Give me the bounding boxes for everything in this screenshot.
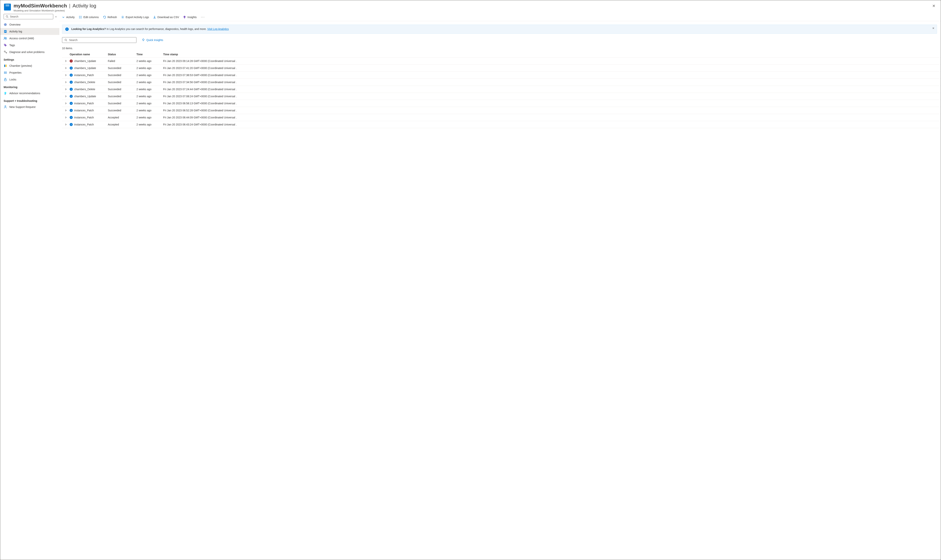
timestamp-value: Fri Jan 20 2023 06:58:13 GMT+0000 (Coord…: [163, 102, 940, 105]
sidebar-item-label: Diagnose and solve problems: [9, 51, 45, 54]
status-value: Succeeded: [108, 81, 136, 84]
export-label: Export Activity Logs: [126, 15, 149, 19]
sidebar-item-access-control[interactable]: Access control (IAM): [0, 35, 59, 42]
expand-row-button[interactable]: [62, 123, 69, 126]
svg-rect-5: [5, 31, 6, 31]
quick-insights-button[interactable]: Quick Insights: [142, 38, 163, 42]
timestamp-value: Fri Jan 20 2023 06:43:24 GMT+0000 (Coord…: [163, 123, 940, 126]
svg-rect-28: [184, 18, 185, 18]
sidebar-section-settings: Settings: [0, 55, 59, 62]
toolbar-more-button[interactable]: ···: [201, 15, 205, 19]
svg-point-2: [4, 23, 7, 26]
sidebar-item-label: Chamber (preview): [9, 64, 32, 67]
sidebar-section-monitoring: Monitoring: [0, 83, 59, 90]
sidebar-item-locks[interactable]: Locks: [0, 76, 59, 83]
col-time[interactable]: Time: [136, 53, 163, 56]
col-status[interactable]: Status: [108, 53, 136, 56]
activity-log-icon: [4, 30, 7, 33]
table-row[interactable]: !chambers_UpdateFailed2 weeks agoFri Jan…: [62, 58, 940, 65]
time-value: 2 weeks ago: [136, 60, 163, 63]
close-blade-button[interactable]: ✕: [931, 3, 937, 9]
edit-columns-label: Edit columns: [83, 15, 99, 19]
table-row[interactable]: iinstances_PatchAccepted2 weeks agoFri J…: [62, 114, 940, 121]
expand-row-button[interactable]: [62, 74, 69, 77]
status-value: Succeeded: [108, 95, 136, 98]
items-count-label: 10 items.: [59, 45, 941, 51]
expand-row-button[interactable]: [62, 66, 69, 69]
edit-columns-button[interactable]: Edit columns: [79, 15, 99, 19]
sidebar-item-label: Activity log: [9, 30, 22, 33]
sidebar-search-input[interactable]: Search: [4, 14, 53, 19]
visit-log-analytics-link[interactable]: Visit Log Analytics: [207, 28, 229, 31]
refresh-button[interactable]: Refresh: [103, 15, 117, 19]
table-row[interactable]: iinstances_PatchSucceeded2 weeks agoFri …: [62, 100, 940, 107]
activity-dropdown[interactable]: Activity: [62, 15, 75, 19]
main-content: Activity Edit columns Refresh Export Act…: [59, 14, 941, 560]
sidebar-search-placeholder: Search: [10, 15, 19, 18]
timestamp-value: Fri Jan 20 2023 06:52:28 GMT+0000 (Coord…: [163, 109, 940, 112]
expand-row-button[interactable]: [62, 116, 69, 119]
expand-row-button[interactable]: [62, 81, 69, 84]
sidebar-item-advisor[interactable]: Advisor recommendations: [0, 90, 59, 97]
expand-row-button[interactable]: [62, 95, 69, 98]
dismiss-banner-button[interactable]: ✕: [932, 27, 935, 30]
expand-row-button[interactable]: [62, 109, 69, 112]
export-button[interactable]: Export Activity Logs: [121, 15, 149, 19]
operation-name: instances_Patch: [74, 116, 94, 119]
banner-body: In Log Analytics you can search for perf…: [106, 28, 207, 31]
table-row[interactable]: iinstances_PatchSucceeded2 weeks agoFri …: [62, 72, 940, 79]
expand-row-button[interactable]: [62, 88, 69, 91]
download-csv-button[interactable]: Download as CSV: [153, 15, 179, 19]
download-icon: [153, 15, 156, 19]
table-row[interactable]: ichambers_DeleteSucceeded2 weeks agoFri …: [62, 79, 940, 86]
operation-name: instances_Patch: [74, 74, 94, 77]
status-value: Succeeded: [108, 109, 136, 112]
sidebar-item-activity-log[interactable]: Activity log: [0, 28, 59, 35]
sidebar-item-label: Tags: [9, 44, 15, 47]
operation-name: chambers_Update: [74, 95, 96, 98]
info-icon: i: [69, 88, 73, 91]
status-value: Succeeded: [108, 66, 136, 69]
sidebar-item-chamber[interactable]: Chamber (preview): [0, 62, 59, 69]
info-icon: i: [65, 28, 69, 31]
time-value: 2 weeks ago: [136, 116, 163, 119]
sidebar-item-overview[interactable]: Overview: [0, 21, 59, 28]
sidebar-item-properties[interactable]: Properties: [0, 69, 59, 76]
collapse-sidebar-button[interactable]: «: [55, 15, 56, 18]
table-row[interactable]: iinstances_PatchAccepted2 weeks agoFri J…: [62, 121, 940, 128]
table-row[interactable]: ichambers_UpdateSucceeded2 weeks agoFri …: [62, 93, 940, 100]
insights-button[interactable]: Insights: [183, 15, 197, 19]
sidebar: Search « OverviewActivity logAccess cont…: [0, 14, 59, 560]
timestamp-value: Fri Jan 20 2023 07:41:20 GMT+0000 (Coord…: [163, 66, 940, 69]
svg-point-8: [4, 37, 5, 38]
table-header-row: Operation name Status Time Time stamp: [62, 51, 940, 58]
timestamp-value: Fri Jan 20 2023 07:34:56 GMT+0000 (Coord…: [163, 81, 940, 84]
table-row[interactable]: ichambers_DeleteSucceeded2 weeks agoFri …: [62, 86, 940, 93]
col-operation-name[interactable]: Operation name: [69, 53, 108, 56]
time-value: 2 weeks ago: [136, 102, 163, 105]
page-header: myModSimWorkbench | Activity log Modelin…: [0, 0, 941, 14]
table-row[interactable]: ichambers_UpdateSucceeded2 weeks agoFri …: [62, 65, 940, 72]
info-icon: i: [69, 116, 73, 119]
svg-rect-7: [5, 32, 6, 32]
sidebar-item-label: Properties: [9, 71, 22, 74]
activity-search-input[interactable]: Search: [62, 37, 136, 43]
svg-point-29: [65, 39, 66, 41]
info-icon: i: [69, 123, 73, 126]
table-row[interactable]: iinstances_PatchSucceeded2 weeks agoFri …: [62, 107, 940, 114]
svg-rect-14: [4, 71, 5, 74]
timestamp-value: Fri Jan 20 2023 07:24:44 GMT+0000 (Coord…: [163, 88, 940, 91]
sidebar-item-label: Overview: [9, 23, 20, 26]
timestamp-value: Fri Jan 20 2023 09:14:28 GMT+0000 (Coord…: [163, 60, 940, 63]
sidebar-item-support-request[interactable]: New Support Request: [0, 103, 59, 111]
sidebar-item-label: Locks: [9, 78, 16, 81]
col-timestamp[interactable]: Time stamp: [163, 53, 940, 56]
refresh-label: Refresh: [108, 15, 117, 19]
diagnose-icon: [4, 50, 7, 54]
sidebar-item-diagnose[interactable]: Diagnose and solve problems: [0, 49, 59, 55]
status-value: Succeeded: [108, 88, 136, 91]
sidebar-item-tags[interactable]: Tags: [0, 42, 59, 49]
expand-row-button[interactable]: [62, 102, 69, 105]
activity-search-placeholder: Search: [69, 38, 77, 42]
expand-row-button[interactable]: [62, 60, 69, 63]
